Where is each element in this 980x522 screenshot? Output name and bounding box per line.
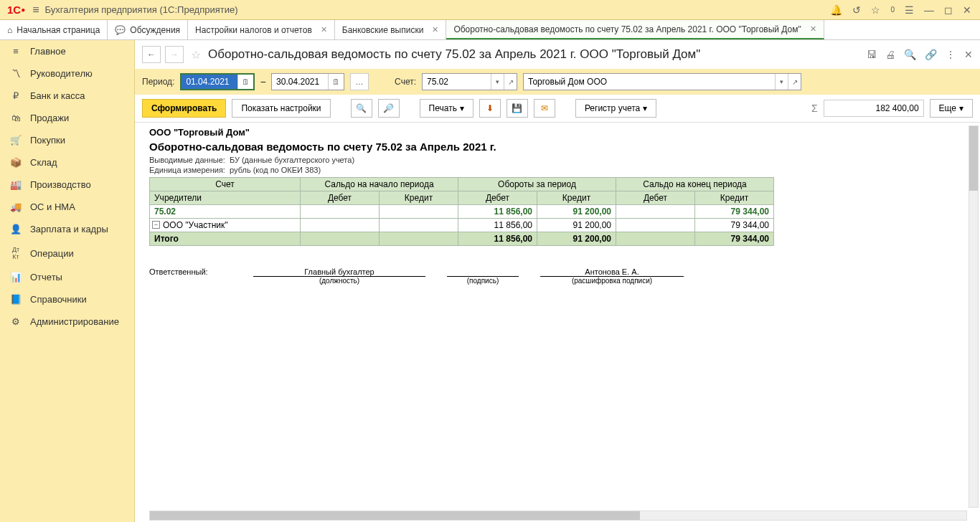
sig-position: Главный бухгалтер (должность): [253, 267, 425, 285]
save-layout-icon[interactable]: 🖫: [867, 49, 877, 60]
tab-discuss[interactable]: 💬 Обсуждения: [108, 20, 188, 39]
chevron-down-icon[interactable]: ▾: [775, 74, 788, 90]
tab-tax-settings[interactable]: Настройки налогов и отчетов ✕: [188, 20, 335, 39]
factory-icon: 🏭: [10, 179, 22, 190]
export-button[interactable]: ⬇: [479, 99, 501, 118]
horizontal-scrollbar[interactable]: [149, 511, 967, 521]
chart-line-icon: 〽: [10, 68, 22, 79]
account-select[interactable]: ▾ ↗: [422, 73, 517, 90]
link-icon[interactable]: 🔗: [925, 49, 937, 60]
org-select[interactable]: ▾ ↗: [523, 73, 801, 90]
dash: –: [260, 77, 265, 87]
tab-osv[interactable]: Оборотно-сальдовая ведомость по счету 75…: [446, 20, 824, 39]
print-button[interactable]: Печать ▾: [420, 99, 473, 118]
chat-icon: 💬: [115, 25, 126, 35]
print-preview-icon[interactable]: 🖨: [885, 49, 895, 60]
register-button[interactable]: Регистр учета ▾: [575, 99, 656, 118]
table-row[interactable]: 75.0211 856,0091 200,0079 344,00: [150, 205, 774, 219]
date-to-field[interactable]: [272, 74, 328, 90]
back-button[interactable]: ←: [142, 46, 161, 63]
sidebar-item-manager[interactable]: 〽Руководителю: [0, 62, 134, 85]
maximize-icon[interactable]: ◻: [944, 4, 953, 16]
sidebar-item-admin[interactable]: ⚙Администрирование: [0, 310, 134, 333]
sig-sign: (подпись): [447, 267, 519, 285]
close-icon[interactable]: ✕: [321, 25, 327, 34]
calendar-icon[interactable]: 🗓: [237, 75, 253, 89]
sidebar-item-label: Производство: [30, 179, 91, 190]
org-field[interactable]: [524, 74, 775, 90]
home-icon: ⌂: [7, 25, 12, 35]
find-button[interactable]: 🔍: [351, 99, 372, 118]
find-next-button[interactable]: 🔎: [378, 99, 400, 118]
open-external-icon[interactable]: ↗: [504, 74, 517, 90]
kebab-icon[interactable]: ⋮: [946, 49, 956, 60]
cart-icon: 🛒: [10, 135, 22, 146]
th-turn: Обороты за период: [458, 178, 616, 191]
open-external-icon[interactable]: ↗: [788, 74, 801, 90]
show-settings-button[interactable]: Показать настройки: [232, 99, 330, 118]
collapse-toggle[interactable]: −: [152, 221, 160, 229]
sidebar-item-purchases[interactable]: 🛒Покупки: [0, 129, 134, 151]
sidebar-item-reports[interactable]: 📊Отчеты: [0, 266, 134, 288]
date-from-input[interactable]: 🗓: [180, 73, 255, 90]
close-page-icon[interactable]: ✕: [964, 49, 973, 60]
chevron-down-icon[interactable]: ▾: [491, 74, 504, 90]
sidebar-item-label: Продажи: [30, 113, 69, 123]
more-button[interactable]: Еще ▾: [930, 99, 973, 118]
sidebar-item-label: Склад: [30, 157, 57, 168]
account-label: Счет:: [395, 77, 416, 87]
sum-box: Σ: [811, 100, 924, 117]
th-start: Сальдо на начало периода: [301, 178, 458, 191]
form-button[interactable]: Сформировать: [142, 99, 226, 118]
account-field[interactable]: [423, 74, 491, 90]
date-to-input[interactable]: 🗓: [271, 73, 344, 90]
main-menu-icon[interactable]: ≡: [32, 4, 39, 16]
report-area: ООО "Торговый Дом" Оборотно-сальдовая ве…: [135, 122, 980, 522]
zero-icon[interactable]: 0: [890, 6, 895, 14]
period-picker-button[interactable]: …: [350, 73, 369, 90]
sidebar-item-dicts[interactable]: 📘Справочники: [0, 288, 134, 310]
sidebar-item-production[interactable]: 🏭Производство: [0, 174, 134, 196]
favorite-icon[interactable]: ☆: [191, 48, 201, 62]
close-icon[interactable]: ✕: [432, 25, 438, 34]
table-row[interactable]: ООО "Участник"11 856,0091 200,0079 344,0…: [150, 219, 774, 232]
close-icon[interactable]: ✕: [963, 4, 971, 16]
minimize-icon[interactable]: —: [924, 4, 934, 16]
signature-row: Ответственный: Главный бухгалтер (должно…: [149, 267, 980, 285]
sidebar-item-operations[interactable]: ДтКтОперации: [0, 240, 134, 266]
sidebar-item-label: Главное: [30, 46, 66, 57]
tab-home[interactable]: ⌂ Начальная страница: [0, 20, 108, 39]
star-icon[interactable]: ☆: [871, 4, 880, 16]
date-from-field[interactable]: [182, 75, 237, 89]
save-button[interactable]: 💾: [507, 99, 528, 118]
report-table: Счет Сальдо на начало периода Обороты за…: [149, 177, 774, 246]
th-founders: Учредители: [150, 191, 301, 205]
th-credit: Кредит: [380, 191, 458, 205]
sidebar-item-bank[interactable]: ₽Банк и касса: [0, 85, 134, 107]
th-debit: Дебет: [458, 191, 537, 205]
close-icon[interactable]: ✕: [810, 24, 816, 34]
sidebar-item-main[interactable]: ≡Главное: [0, 40, 134, 62]
params-row: Период: 🗓 – 🗓 … Счет: ▾ ↗ ▾ ↗: [135, 69, 980, 95]
bar-chart-icon: 📊: [10, 272, 22, 283]
email-button[interactable]: ✉: [534, 99, 555, 118]
sidebar-item-assets[interactable]: 🚚ОС и НМА: [0, 196, 134, 218]
table-row-total: Итого11 856,0091 200,0079 344,00: [150, 232, 774, 246]
zoom-icon[interactable]: 🔍: [904, 49, 916, 60]
bag-icon: 🛍: [10, 113, 22, 123]
page-title: Оборотно-сальдовая ведомость по счету 75…: [208, 47, 700, 62]
filter-icon[interactable]: ☰: [905, 4, 914, 16]
calendar-icon[interactable]: 🗓: [328, 74, 344, 90]
titlebar-actions: 🔔 ↺ ☆ 0 ☰ — ◻ ✕: [830, 4, 977, 16]
sidebar-item-hr[interactable]: 👤Зарплата и кадры: [0, 218, 134, 240]
sidebar-item-sales[interactable]: 🛍Продажи: [0, 107, 134, 129]
bell-icon[interactable]: 🔔: [830, 4, 842, 16]
tab-bank-statements[interactable]: Банковские выписки ✕: [335, 20, 447, 39]
vertical-scrollbar[interactable]: [969, 125, 979, 508]
content-header: ← → ☆ Оборотно-сальдовая ведомость по сч…: [135, 40, 980, 69]
titlebar: 1C● ≡ Бухгалтерия предприятия (1С:Предпр…: [0, 0, 980, 20]
forward-button[interactable]: →: [165, 46, 184, 63]
sidebar-item-stock[interactable]: 📦Склад: [0, 151, 134, 174]
history-icon[interactable]: ↺: [852, 4, 861, 16]
sum-field[interactable]: [824, 100, 924, 117]
